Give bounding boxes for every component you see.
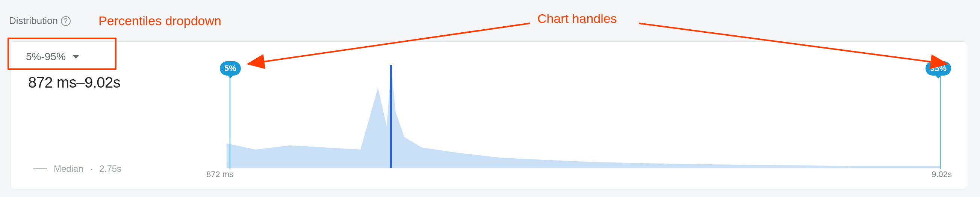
annotation-chart-handles: Chart handles — [537, 11, 617, 26]
median-legend: Median · 2.75s — [33, 164, 121, 174]
handle-line-low — [230, 76, 230, 169]
median-dot: · — [90, 164, 93, 174]
chevron-down-icon — [73, 55, 79, 59]
median-label: Median — [54, 164, 83, 174]
x-axis-min: 872 ms — [206, 170, 233, 180]
percentile-dropdown-value: 5%-95% — [26, 51, 66, 63]
percentile-dropdown[interactable]: 5%-95% — [26, 51, 79, 63]
range-display: 872 ms–9.02s — [28, 74, 120, 91]
handle-line-high — [940, 76, 940, 169]
annotation-percentiles-dropdown: Percentiles dropdown — [99, 14, 221, 28]
distribution-card: 5%-95% 872 ms–9.02s Median · 2.75s 872 m… — [11, 41, 967, 189]
distribution-plot — [227, 57, 940, 169]
help-circle-icon[interactable]: ? — [61, 16, 71, 26]
percentile-handle-high[interactable]: 95% — [926, 61, 951, 76]
section-title: Distribution — [9, 15, 58, 27]
percentile-handle-low[interactable]: 5% — [220, 61, 241, 76]
median-swatch-icon — [33, 168, 47, 169]
x-axis-max: 9.02s — [932, 170, 952, 180]
median-value: 2.75s — [99, 164, 121, 174]
